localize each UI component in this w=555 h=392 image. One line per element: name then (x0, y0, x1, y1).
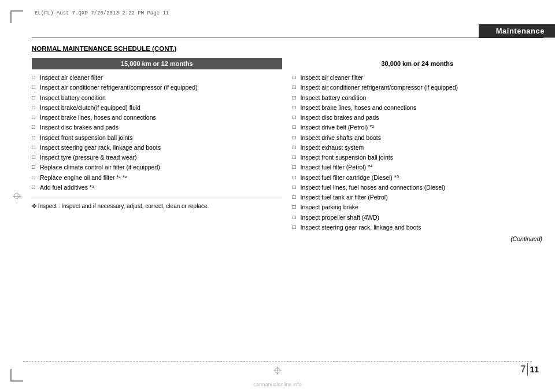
list-item: Inspect steering gear rack, linkage and … (32, 143, 282, 152)
list-item: Inspect steering gear rack, linkage and … (293, 223, 543, 232)
crosshair-left (13, 192, 21, 200)
list-item: Inspect front suspension ball joints (32, 133, 282, 142)
list-item: Inspect drive belt (Petrol) *² (293, 123, 543, 132)
columns-container: 15,000 km or 12 months Inspect air clean… (32, 58, 542, 242)
right-checklist: Inspect air cleaner filter Inspect air c… (293, 73, 543, 232)
list-item: Inspect drive shafts and boots (293, 133, 543, 142)
page-number: 7 11 (521, 363, 539, 376)
list-item: Inspect exhaust system (293, 143, 543, 152)
list-item: Inspect disc brakes and pads (293, 113, 543, 122)
list-item: Inspect fuel filter (Petrol) *⁴ (293, 162, 543, 172)
main-content: NORMAL MAINTENANCE SCHEDULE (CONT.) 15,0… (32, 45, 542, 346)
list-item: Inspect battery condition (293, 93, 543, 102)
page-num-page: 11 (530, 365, 539, 374)
crosshair-bottom (273, 367, 282, 375)
list-item: Inspect tyre (pressure & tread wear) (32, 153, 282, 162)
list-item: Inspect fuel filter cartridge (Diesel) *… (293, 173, 543, 182)
list-item: Inspect battery condition (32, 93, 282, 102)
left-checklist: Inspect air cleaner filter Inspect air c… (32, 73, 282, 192)
watermark: carmanualonline.info (253, 382, 301, 387)
top-rule (32, 38, 543, 38)
list-item: Inspect disc brakes and pads (32, 123, 282, 132)
list-item: Inspect brake lines, hoses and connectio… (32, 113, 282, 122)
list-item: Inspect propeller shaft (4WD) (293, 213, 543, 222)
list-item: Inspect air conditioner refrigerant/comp… (32, 83, 282, 92)
note-symbol: ✜ (32, 203, 36, 209)
note-section: ✜ Inspect : Inspect and if necessary, ad… (32, 198, 282, 210)
corner-decoration-tl (10, 10, 23, 23)
bottom-dashes (23, 361, 532, 362)
file-info: EL(FL) Aust 7.QXP 7/26/2013 2:22 PM Page… (35, 10, 169, 16)
list-item: Inspect fuel lines, fuel hoses and conne… (293, 183, 543, 192)
list-item: Inspect fuel tank air filter (Petrol) (293, 193, 543, 202)
list-item: Inspect air cleaner filter (32, 73, 282, 82)
section-title: NORMAL MAINTENANCE SCHEDULE (CONT.) (32, 45, 542, 52)
page-container: EL(FL) Aust 7.QXP 7/26/2013 2:22 PM Page… (0, 0, 555, 392)
continued-label: (Continued) (293, 235, 543, 242)
list-item: Inspect air conditioner refrigerant/comp… (293, 83, 543, 92)
list-item: Replace climate control air filter (if e… (32, 162, 282, 172)
right-column: 30,000 km or 24 months Inspect air clean… (293, 58, 543, 242)
left-column: 15,000 km or 12 months Inspect air clean… (32, 58, 282, 210)
corner-decoration-bl (10, 369, 23, 382)
page-num-chapter: 7 (521, 364, 526, 375)
right-column-header: 30,000 km or 24 months (293, 58, 543, 69)
list-item: Inspect front suspension ball joints (293, 153, 543, 162)
list-item: Inspect brake/clutch(if equipped) fluid (32, 103, 282, 112)
list-item: Replace engine oil and filter *¹ *² (32, 173, 282, 182)
section-header-label: Maintenance (479, 24, 555, 38)
note-text: Inspect : Inspect and if necessary, adju… (38, 203, 209, 209)
page-num-divider (527, 363, 528, 376)
list-item: Inspect air cleaner filter (293, 73, 543, 82)
list-item: Inspect brake lines, hoses and connectio… (293, 103, 543, 112)
list-item: Add fuel additives *³ (32, 183, 282, 192)
list-item: Inspect parking brake (293, 202, 543, 212)
left-column-header: 15,000 km or 12 months (32, 58, 282, 69)
